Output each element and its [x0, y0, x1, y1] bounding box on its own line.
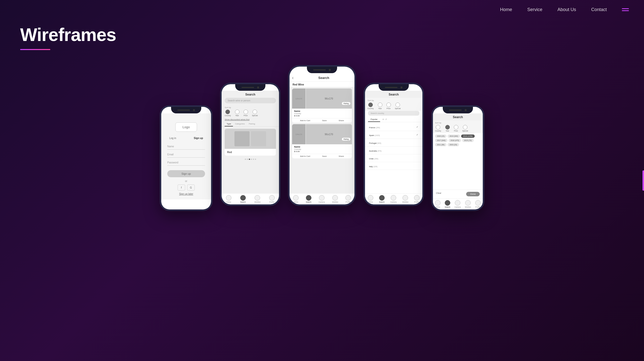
sort-price-5[interactable]: Price [454, 125, 458, 132]
sort-price-label: Price [244, 115, 248, 116]
nav-about[interactable]: About Us [557, 7, 576, 12]
tab-a-z[interactable]: A - Z [380, 117, 389, 122]
nav-camera-5[interactable]: Camera [455, 200, 461, 208]
year-2003[interactable]: 2003 (33) [448, 143, 459, 146]
country-chile[interactable]: Chile (250) [365, 154, 422, 162]
wine-card-1: 124x170 96x170 Rating Name Country $ 0.0… [292, 88, 352, 123]
sort-year-4[interactable]: Year [378, 103, 382, 109]
done-button-5[interactable]: Done [466, 192, 480, 196]
tab-categories[interactable]: Categories [233, 122, 247, 126]
nav-wishlist-4[interactable]: Wishlist [402, 195, 408, 203]
nav-camera-icon-3 [319, 195, 325, 201]
nav-search-4[interactable]: Search [379, 195, 385, 203]
nav-search-5[interactable]: Search [445, 200, 450, 208]
sort-country-label-5: Country [435, 130, 441, 132]
country-portugal[interactable]: Portugal (920) [365, 139, 422, 147]
search-input-2[interactable]: Search wine or person [225, 98, 276, 103]
add-to-cart-1[interactable]: Add to Cart [300, 119, 310, 122]
google-button[interactable]: G [187, 185, 195, 191]
sort-special-circle [253, 110, 257, 114]
sort-price[interactable]: Price [244, 110, 248, 116]
sort-special[interactable]: Special [252, 110, 258, 116]
sort-price-circle-4 [386, 103, 391, 107]
country-search-input[interactable]: Search country [368, 111, 419, 116]
portugal-count: (920) [377, 142, 381, 144]
phones-showcase: Logo Log in Sign up Name Email Password … [0, 60, 644, 221]
notch-dot-5 [465, 109, 467, 111]
facebook-button[interactable]: f [178, 185, 185, 191]
sort-year-5[interactable]: Year [445, 125, 450, 132]
france-name: France [369, 126, 376, 129]
year-2011[interactable]: 2011 (98) [435, 143, 447, 146]
nav-home-2[interactable]: Home [226, 195, 231, 203]
year-2016[interactable]: 2016 (475) [449, 139, 461, 142]
nav-wishlist-2[interactable]: Wishlist [254, 195, 260, 203]
tab-pairing[interactable]: Pairing [247, 122, 257, 126]
nav-wishlist-label-2: Wishlist [254, 201, 260, 203]
year-2015[interactable]: 2015 (73) [462, 139, 474, 142]
year-2019[interactable]: 2019 (300) [448, 134, 460, 138]
nav-home-5[interactable]: Home [435, 200, 440, 208]
sort-special-5[interactable]: Special [462, 125, 468, 132]
country-france[interactable]: France (290) ✓ [365, 123, 422, 131]
hamburger-menu[interactable] [622, 8, 629, 11]
sort-section-4: Sort by Country Year Price [365, 98, 422, 111]
country-spain[interactable]: Spain (1023) ✓ [365, 131, 422, 139]
sort-price-4[interactable]: Price [386, 103, 391, 109]
name-field[interactable]: Name [167, 144, 205, 150]
nav-service[interactable]: Service [527, 7, 542, 12]
back-button-3[interactable]: ‹ [292, 75, 294, 80]
pg-dot-2 [247, 159, 248, 160]
italy-count: (229) [373, 166, 377, 167]
nav-wishlist-5[interactable]: Wishlist [465, 200, 471, 208]
nav-profile-3[interactable]: Profile [345, 195, 351, 203]
sort-year[interactable]: Year [235, 110, 239, 116]
share-2[interactable]: Share [339, 155, 344, 157]
year-2020[interactable]: 2020 (15) [435, 134, 447, 138]
password-field[interactable]: Password [167, 160, 205, 166]
wine-country-1: Country [294, 112, 350, 115]
save-2[interactable]: Save [322, 155, 327, 157]
login-tab[interactable]: Log in [167, 136, 178, 141]
sort-special-label: Special [252, 115, 258, 116]
email-field[interactable]: Email [167, 152, 205, 158]
sort-country-4[interactable]: Country [368, 103, 374, 109]
notch-line-1 [177, 110, 190, 111]
country-italy[interactable]: Italy (229) [365, 162, 422, 170]
nav-home-3[interactable]: Home [293, 195, 299, 203]
nav-profile-icon-5 [475, 200, 481, 206]
nav-profile-5[interactable]: Profile [475, 200, 481, 208]
nav-wishlist-3[interactable]: Wishlist [332, 195, 338, 203]
tab-popular[interactable]: Popular [368, 117, 380, 122]
signup-tab[interactable]: Sign up [192, 136, 205, 141]
year-2017[interactable]: 2017 (340) [435, 139, 448, 142]
share-1[interactable]: Share [339, 119, 344, 122]
discount-filter-link[interactable]: Show discounted wines first [222, 117, 279, 122]
nav-search-3[interactable]: Search [306, 195, 311, 203]
nav-search-2[interactable]: Search [240, 195, 246, 203]
year-2018[interactable]: 2018 (1258) [461, 134, 475, 138]
signup-button[interactable]: Sign up [167, 170, 205, 177]
country-australia[interactable]: Australia (970) [365, 147, 422, 154]
save-1[interactable]: Save [322, 119, 327, 122]
add-to-cart-2[interactable]: Add to Cart [300, 155, 310, 157]
tab-type[interactable]: Type [225, 122, 233, 126]
signup-later-link[interactable]: Sign up later [179, 193, 193, 195]
clear-button-5[interactable]: Clear [436, 192, 441, 196]
nav-camera-3[interactable]: Camera [319, 195, 325, 203]
notch-dot-3 [329, 69, 331, 71]
sort-special-4[interactable]: Special [395, 103, 401, 109]
nav-camera-4[interactable]: Camera [390, 195, 397, 203]
nav-home-4[interactable]: Home [368, 195, 373, 203]
sort-section-5: Sort by Country Year Price [433, 120, 483, 133]
nav-contact[interactable]: Contact [591, 7, 607, 12]
nav-profile-2[interactable]: Profile [269, 195, 275, 203]
search-sort-content: Search Search wine or person Sort by Cou… [222, 91, 279, 204]
nav-profile-4[interactable]: Profile [414, 195, 420, 203]
sort-country-5[interactable]: Country [435, 125, 441, 132]
nav-home[interactable]: Home [500, 7, 512, 12]
sort-label-5: Sort by [435, 122, 481, 124]
logo-placeholder: Logo [175, 122, 197, 132]
sort-country[interactable]: Country [225, 110, 231, 116]
pg-dot-4 [251, 159, 252, 160]
